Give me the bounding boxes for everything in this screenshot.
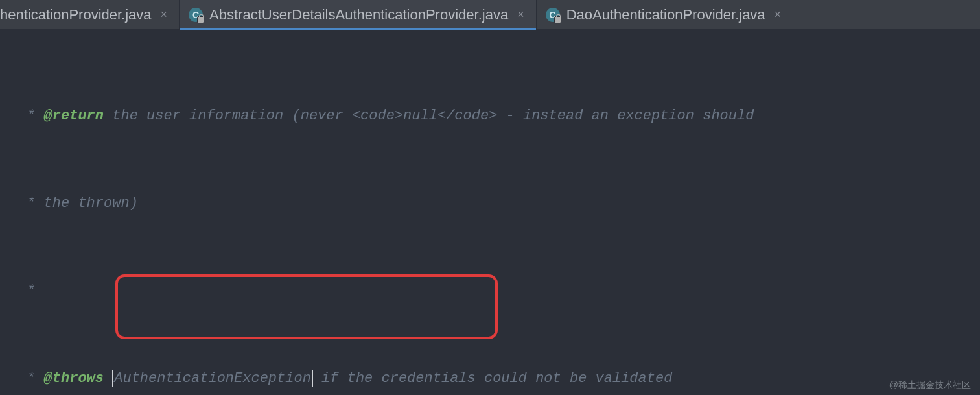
lock-icon <box>197 16 204 23</box>
tab-file-2[interactable]: C AbstractUserDetailsAuthenticationProvi… <box>180 0 537 29</box>
close-icon[interactable]: × <box>517 8 524 21</box>
tab-label: AbstractUserDetailsAuthenticationProvide… <box>209 6 508 23</box>
code-editor[interactable]: * @return the user information (never <c… <box>0 30 980 395</box>
tab-file-1[interactable]: henticationProvider.java × <box>0 0 180 29</box>
tab-label: DaoAuthenticationProvider.java <box>566 6 765 23</box>
javadoc-link[interactable]: AuthenticationException <box>112 370 313 387</box>
code-line: * @throws AuthenticationException if the… <box>0 364 980 393</box>
close-icon[interactable]: × <box>775 8 782 21</box>
editor-tab-bar: henticationProvider.java × C AbstractUse… <box>0 0 980 30</box>
code-line: * the thrown) <box>0 189 980 218</box>
close-icon[interactable]: × <box>161 8 168 21</box>
code-line: * <box>0 276 980 305</box>
watermark-text: @稀土掘金技术社区 <box>889 379 971 391</box>
tab-file-3[interactable]: C DaoAuthenticationProvider.java × <box>537 0 793 29</box>
tab-bar-empty <box>793 0 980 29</box>
java-class-icon: C <box>189 8 203 22</box>
tab-label: henticationProvider.java <box>0 6 152 23</box>
lock-icon <box>554 16 561 23</box>
java-class-icon: C <box>546 8 560 22</box>
code-line: * @return the user information (never <c… <box>0 101 980 130</box>
